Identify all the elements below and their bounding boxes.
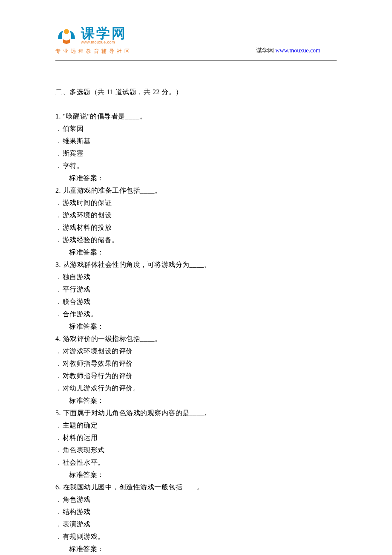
question-option: ．独自游戏 [55,271,337,283]
question-option: ．主题的确定 [55,419,337,431]
question-option: ．角色表现形式 [55,444,337,456]
question-option: ．斯宾塞 [55,147,337,159]
header-source: 谋学网 www.mouxue.com [256,47,320,55]
question-option: ．维果斯基 [55,135,337,147]
question-option: ．游戏时间的保证 [55,197,337,209]
question-option: ．对幼儿游戏行为的评价。 [55,382,337,394]
question-option: ．亨特。 [55,159,337,172]
question-block: 1. "唤醒说"的倡导者是____。．伯莱因．维果斯基．斯宾塞．亨特。标准答案： [55,110,337,184]
question-option: ．结构游戏 [55,506,337,518]
question-option: ．社会性水平。 [55,456,337,468]
question-stem: 3. 从游戏群体社会性的角度，可将游戏分为____。 [55,258,337,271]
section-title: 二、多选题（共 11 道试题，共 22 分。） [55,86,337,98]
question-option: ．角色游戏 [55,493,337,506]
question-block: 6. 在我国幼儿园中，创造性游戏一般包括____。．角色游戏．结构游戏．表演游戏… [55,481,337,555]
question-option: ．有规则游戏。 [55,530,337,543]
question-stem: 1. "唤醒说"的倡导者是____。 [55,110,337,122]
question-option: ．游戏环境的创设 [55,209,337,221]
question-option: ．游戏经验的储备。 [55,234,337,246]
header-source-prefix: 谋学网 [256,47,276,54]
question-block: 2. 儿童游戏的准备工作包括____。．游戏时间的保证．游戏环境的创设．游戏材料… [55,184,337,258]
answer-label: 标准答案： [55,320,337,332]
question-stem: 4. 游戏评价的一级指标包括____。 [55,332,337,345]
question-option: ．对游戏环境创设的评价 [55,345,337,357]
question-option: ．平行游戏 [55,283,337,295]
answer-label: 标准答案： [55,172,337,184]
question-block: 3. 从游戏群体社会性的角度，可将游戏分为____。．独自游戏．平行游戏．联合游… [55,258,337,332]
logo: 课学网 www.mouxue.com 专业远程教育辅导社区 [55,26,132,55]
logo-icon [55,26,78,47]
logo-cn-text: 课学网 [81,26,127,40]
question-option: ．材料的运用 [55,431,337,444]
question-block: 4. 游戏评价的一级指标包括____。．对游戏环境创设的评价．对教师指导效果的评… [55,332,337,407]
question-stem: 6. 在我国幼儿园中，创造性游戏一般包括____。 [55,481,337,493]
question-stem: 5. 下面属于对幼儿角色游戏的观察内容的是____。 [55,407,337,419]
question-stem: 2. 儿童游戏的准备工作包括____。 [55,184,337,197]
question-option: ．伯莱因 [55,122,337,135]
question-option: ．合作游戏。 [55,308,337,320]
page-header: 课学网 www.mouxue.com 专业远程教育辅导社区 谋学网 www.mo… [55,26,337,60]
answer-label: 标准答案： [55,468,337,481]
question-option: ．对教师指导效果的评价 [55,357,337,370]
question-option: ．对教师指导行为的评价 [55,370,337,382]
svg-point-0 [64,29,69,34]
header-divider [55,61,337,61]
logo-subtitle: 专业远程教育辅导社区 [55,48,132,55]
question-block: 5. 下面属于对幼儿角色游戏的观察内容的是____。．主题的确定．材料的运用．角… [55,407,337,481]
question-option: ．表演游戏 [55,518,337,530]
answer-label: 标准答案： [55,394,337,407]
question-option: ．联合游戏 [55,295,337,308]
document-body: 二、多选题（共 11 道试题，共 22 分。） 1. "唤醒说"的倡导者是___… [55,86,337,555]
answer-label: 标准答案： [55,543,337,555]
answer-label: 标准答案： [55,246,337,258]
question-option: ．游戏材料的投放 [55,221,337,234]
header-source-link[interactable]: www.mouxue.com [275,47,320,54]
